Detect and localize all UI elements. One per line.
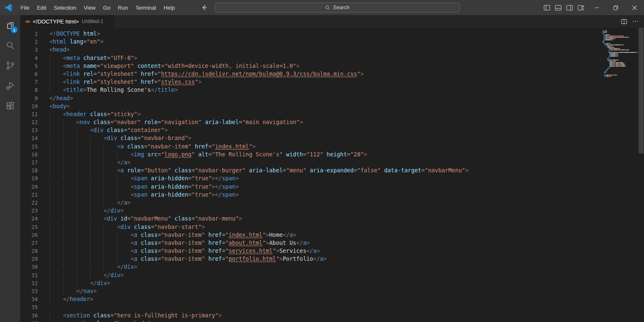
code-line[interactable]: 22 </a> — [20, 199, 644, 207]
code-line[interactable]: 9</head> — [20, 94, 644, 102]
scrollbar-thumb[interactable] — [639, 28, 644, 153]
tab-untitled-1[interactable]: <> <!DOCTYPE html> Untitled-1 — [20, 15, 114, 28]
menu-edit[interactable]: Edit — [33, 0, 50, 15]
code-text: </div> — [49, 207, 124, 215]
line-number: 32 — [20, 279, 38, 287]
code-line[interactable]: 12 <nav class="navbar" role="navigation"… — [20, 118, 644, 126]
code-line[interactable]: 30 </div> — [20, 263, 644, 271]
code-line[interactable]: 24 <div id="navbarMenu" class="navbar-me… — [20, 215, 644, 223]
line-number: 5 — [20, 62, 38, 70]
run-debug-icon[interactable] — [0, 75, 20, 96]
line-number: 6 — [20, 70, 38, 78]
line-number: 37 — [20, 319, 38, 322]
code-line[interactable]: 23 </div> — [20, 207, 644, 215]
line-number: 23 — [20, 207, 38, 215]
code-line[interactable]: 18 <a role="button" class="navbar-burger… — [20, 166, 644, 174]
code-line[interactable]: 34 </header> — [20, 295, 644, 303]
code-text: </header> — [49, 295, 93, 303]
code-line[interactable]: 37 <div class="hero-body"> — [20, 319, 644, 322]
line-number: 20 — [20, 183, 38, 191]
menu-help[interactable]: Help — [160, 0, 179, 15]
code-line[interactable]: 1<!DOCTYPE html> — [20, 30, 644, 38]
code-text: <meta name="viewport" content="width=dev… — [49, 62, 300, 70]
line-number: 8 — [20, 86, 38, 94]
code-line[interactable]: 4 <meta charset="UTF-8"> — [20, 54, 644, 62]
line-number: 14 — [20, 134, 38, 142]
toggle-secondary-sidebar-icon[interactable] — [566, 4, 573, 11]
code-line[interactable]: 11 <header class="sticky"> — [20, 110, 644, 118]
menu-run[interactable]: Run — [114, 0, 132, 15]
code-line[interactable]: 26 <a class="navbar-item" href="index.ht… — [20, 231, 644, 239]
code-line[interactable]: 31 </div> — [20, 271, 644, 279]
line-number: 36 — [20, 312, 38, 319]
close-button[interactable] — [625, 0, 644, 15]
menu-terminal[interactable]: Terminal — [132, 0, 160, 15]
code-line[interactable]: 28 <a class="navbar-item" href="services… — [20, 247, 644, 255]
explorer-badge: 1 — [11, 26, 18, 33]
menu-selection[interactable]: Selection — [50, 0, 80, 15]
code-line[interactable]: 14 <div class="navbar-brand"> — [20, 134, 644, 142]
toggle-primary-sidebar-icon[interactable] — [543, 4, 551, 11]
code-line[interactable]: 6 <link rel="stylesheet" href="https://c… — [20, 70, 644, 78]
code-line[interactable]: 17 </a> — [20, 158, 644, 166]
tab-description: Untitled-1 — [82, 18, 103, 24]
line-number: 15 — [20, 143, 38, 151]
code-line[interactable]: 29 <a class="navbar-item" href="portfoli… — [20, 255, 644, 263]
extensions-icon[interactable] — [0, 96, 20, 116]
code-line[interactable]: 7 <link rel="stylesheet" href="styles.cs… — [20, 78, 644, 86]
minimap[interactable] — [602, 28, 638, 322]
menu-view[interactable]: View — [80, 0, 99, 15]
search-label: Search — [333, 5, 350, 10]
toggle-panel-icon[interactable] — [555, 4, 562, 11]
code-line[interactable]: 21 <span aria-hidden="true"></span> — [20, 191, 644, 199]
code-line[interactable]: 27 <a class="navbar-item" href="about.ht… — [20, 239, 644, 247]
vertical-scrollbar[interactable] — [638, 28, 644, 322]
line-number: 25 — [20, 223, 38, 231]
code-text: <div class="navbar-brand"> — [49, 134, 192, 142]
line-number: 27 — [20, 239, 38, 247]
split-editor-icon[interactable] — [621, 18, 627, 25]
code-text: <!DOCTYPE html> — [49, 30, 100, 38]
code-text: </div> — [49, 263, 138, 271]
customize-layout-icon[interactable] — [577, 4, 584, 11]
code-text: <title>The Rolling Scone's</title> — [49, 86, 178, 94]
editor[interactable]: 1<!DOCTYPE html>2<html lang="en">3<head>… — [20, 28, 644, 322]
menu-go[interactable]: Go — [99, 0, 114, 15]
code-text: <a class="navbar-item" href="portfolio.h… — [49, 255, 327, 263]
code-line[interactable]: 10<body> — [20, 102, 644, 110]
code-text: </head> — [49, 94, 73, 102]
code-text: <nav class="navbar" role="navigation" ar… — [49, 118, 303, 126]
line-number: 12 — [20, 118, 38, 126]
code-line[interactable]: 2<html lang="en"> — [20, 38, 644, 46]
code-line[interactable]: 3<head> — [20, 46, 644, 54]
code-text: <a class="navbar-item" href="services.ht… — [49, 247, 320, 255]
restore-button[interactable] — [606, 0, 625, 15]
code-line[interactable]: 36 <section class="hero is-fullheight is… — [20, 312, 644, 319]
code-text: <a class="navbar-item" href="index.html"… — [49, 143, 256, 151]
code-line[interactable]: 5 <meta name="viewport" content="width=d… — [20, 62, 644, 70]
menu-file[interactable]: File — [17, 0, 33, 15]
explorer-icon[interactable]: 1 — [0, 15, 20, 35]
code-line[interactable]: 8 <title>The Rolling Scone's</title> — [20, 86, 644, 94]
line-number: 7 — [20, 78, 38, 86]
code-text: <a role="button" class="navbar-burger" a… — [49, 166, 469, 174]
code-line[interactable]: 16 <img src="logo.png" alt="The Rolling … — [20, 151, 644, 158]
minimize-button[interactable] — [587, 0, 606, 15]
search-view-icon[interactable] — [0, 35, 20, 55]
code-line[interactable]: 32 </div> — [20, 279, 644, 287]
line-number: 10 — [20, 102, 38, 110]
code-line[interactable]: 20 <span aria-hidden="true"></span> — [20, 183, 644, 191]
code-line[interactable]: 33 </nav> — [20, 287, 644, 295]
command-center-search[interactable]: Search — [215, 3, 460, 13]
code-line[interactable]: 25 <div class="navbar-start"> — [20, 223, 644, 231]
search-icon — [325, 5, 330, 10]
code-text: </a> — [49, 158, 131, 166]
code-line[interactable]: 35 — [20, 303, 644, 311]
navigate-back-icon[interactable] — [200, 4, 208, 11]
code-line[interactable]: 15 <a class="navbar-item" href="index.ht… — [20, 143, 644, 151]
code-line[interactable]: 13 <div class="container"> — [20, 126, 644, 134]
source-control-icon[interactable] — [0, 55, 20, 75]
more-actions-icon[interactable]: ⋯ — [632, 20, 639, 23]
code-line[interactable]: 19 <span aria-hidden="true"></span> — [20, 174, 644, 182]
line-number: 2 — [20, 38, 38, 46]
